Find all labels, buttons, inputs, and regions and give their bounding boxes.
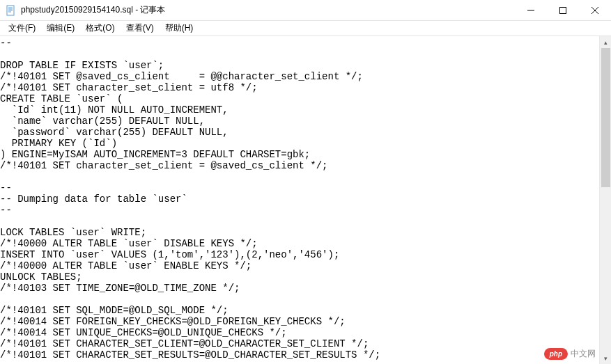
menu-help[interactable]: 帮助(H) [160, 21, 199, 35]
menubar: 文件(F) 编辑(E) 格式(O) 查看(V) 帮助(H) [0, 21, 611, 36]
scroll-up-arrow[interactable]: ▴ [600, 36, 611, 48]
svg-rect-6 [560, 7, 566, 13]
menu-edit[interactable]: 编辑(E) [41, 21, 80, 35]
app-icon [6, 5, 17, 16]
scroll-thumb[interactable] [601, 48, 610, 187]
close-button[interactable] [579, 0, 611, 20]
window-controls [515, 0, 611, 20]
scroll-down-arrow[interactable]: ▾ [600, 352, 611, 364]
window-title: phpstudy20150929154140.sql - 记事本 [21, 4, 515, 16]
vertical-scrollbar[interactable]: ▴ ▾ [599, 36, 611, 364]
menu-format[interactable]: 格式(O) [80, 21, 120, 35]
menu-view[interactable]: 查看(V) [121, 21, 160, 35]
minimize-button[interactable] [515, 0, 547, 20]
text-editor[interactable]: -- DROP TABLE IF EXISTS `user`; /*!40101… [0, 36, 599, 364]
menu-file[interactable]: 文件(F) [3, 21, 41, 35]
maximize-button[interactable] [547, 0, 579, 20]
content-area: -- DROP TABLE IF EXISTS `user`; /*!40101… [0, 36, 611, 364]
titlebar: phpstudy20150929154140.sql - 记事本 [0, 0, 611, 21]
